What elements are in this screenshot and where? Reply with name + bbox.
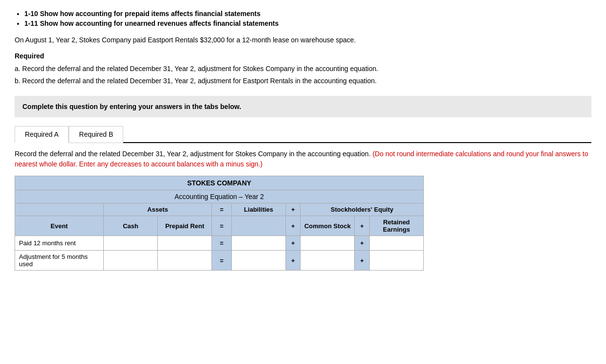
- assets-h2: Assets: [103, 203, 211, 216]
- retained-sh: Retained Earnings: [369, 216, 423, 236]
- liab-input-2[interactable]: [233, 255, 284, 266]
- liab-1[interactable]: [231, 236, 285, 251]
- prepaid-input-1[interactable]: [159, 237, 210, 249]
- cash-sh: Cash: [103, 216, 157, 236]
- plus-h2: +: [285, 203, 300, 216]
- plus1-1: +: [285, 236, 300, 251]
- eq-2: =: [212, 251, 231, 271]
- retained-1[interactable]: [369, 236, 423, 251]
- cash-input-2[interactable]: [105, 255, 156, 266]
- prepaid-input-2[interactable]: [159, 255, 210, 266]
- row-2: Adjustment for 5 months used = + +: [15, 251, 424, 271]
- required-label: Required: [15, 52, 591, 60]
- col-header-row2: Assets = Liabilities + Stockholders' Equ…: [15, 203, 424, 216]
- liab-sh: [231, 216, 285, 236]
- table-title2: STOKES COMPANY: [15, 176, 424, 190]
- tab-required-b[interactable]: Required B: [69, 126, 123, 143]
- plus2-2: +: [355, 251, 369, 271]
- common-input-2[interactable]: [302, 255, 353, 266]
- equity-h2: Stockholders' Equity: [301, 203, 424, 216]
- liab-h2: Liabilities: [231, 203, 285, 216]
- liab-2[interactable]: [231, 251, 285, 271]
- table-subtitle2: Accounting Equation – Year 2: [15, 190, 424, 203]
- common-1[interactable]: [301, 236, 355, 251]
- instruction-b: b. Record the deferral and the related D…: [15, 76, 591, 86]
- plus2-1: +: [355, 236, 369, 251]
- complete-box: Complete this question by entering your …: [15, 96, 591, 117]
- prepaid-sh: Prepaid Rent: [158, 216, 212, 236]
- retained-input-1[interactable]: [371, 237, 422, 249]
- eq-sh: =: [212, 216, 231, 236]
- table-body2: Paid 12 months rent = + + Adjustment for…: [15, 236, 424, 271]
- plus1-sh: +: [285, 216, 300, 236]
- common-2[interactable]: [301, 251, 355, 271]
- bullet-item-1: 1-10 Show how accounting for prepaid ite…: [24, 10, 591, 18]
- cash-input-1[interactable]: [105, 237, 156, 249]
- common-sh: Common Stock: [301, 216, 355, 236]
- common-input-1[interactable]: [302, 237, 353, 249]
- event-h2: [15, 203, 104, 216]
- record-instruction: Record the deferral and the related Dece…: [15, 149, 591, 169]
- cash-2[interactable]: [103, 251, 157, 271]
- event-sh: Event: [15, 216, 104, 236]
- scenario-text: On August 1, Year 2, Stokes Company paid…: [15, 35, 591, 45]
- tabs-container: Required A Required B: [15, 125, 591, 143]
- eq-1: =: [212, 236, 231, 251]
- prepaid-1[interactable]: [158, 236, 212, 251]
- tab-required-a[interactable]: Required A: [15, 126, 69, 143]
- retained-2[interactable]: [369, 251, 423, 271]
- prepaid-2[interactable]: [158, 251, 212, 271]
- col-subheader-row2: Event Cash Prepaid Rent = + Common Stock…: [15, 216, 424, 236]
- event-2: Adjustment for 5 months used: [15, 251, 104, 271]
- plus1-2: +: [285, 251, 300, 271]
- accounting-table-main: STOKES COMPANY Accounting Equation – Yea…: [15, 176, 424, 271]
- tab-content: Record the deferral and the related Dece…: [15, 143, 591, 271]
- liab-input-1[interactable]: [233, 237, 284, 249]
- event-1: Paid 12 months rent: [15, 236, 104, 251]
- eq-h2: =: [212, 203, 231, 216]
- plus2-sh: +: [355, 216, 369, 236]
- instruction-a: a. Record the deferral and the related D…: [15, 64, 591, 74]
- retained-input-2[interactable]: [371, 255, 422, 266]
- accounting-table-wrapper: STOKES COMPANY Accounting Equation – Yea…: [15, 176, 591, 271]
- bullet-list: 1-10 Show how accounting for prepaid ite…: [24, 10, 591, 27]
- cash-1[interactable]: [103, 236, 157, 251]
- row-1: Paid 12 months rent = + +: [15, 236, 424, 251]
- bullet-item-2: 1-11 Show how accounting for unearned re…: [24, 19, 591, 27]
